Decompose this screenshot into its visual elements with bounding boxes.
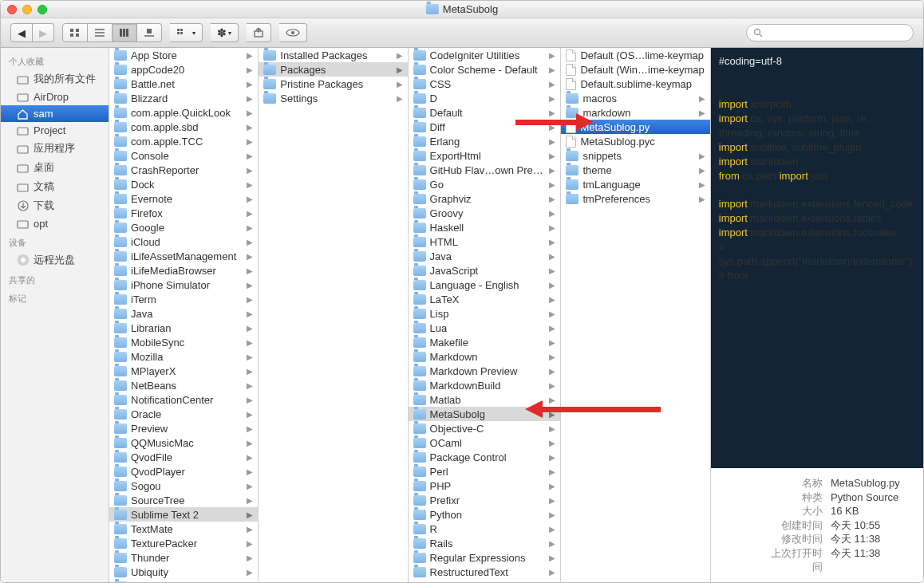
file-row[interactable]: Xcode▶ [109, 579, 258, 582]
file-row[interactable]: Java▶ [109, 306, 258, 321]
file-row[interactable]: Lua▶ [409, 321, 561, 335]
file-row[interactable]: iPhone Simulator▶ [109, 278, 258, 292]
file-row[interactable]: Preview▶ [109, 421, 258, 435]
file-row[interactable]: MetaSublog.pyc [561, 134, 709, 148]
sidebar-item[interactable]: 下载 [1, 196, 109, 215]
file-row[interactable]: LaTeX▶ [409, 292, 561, 306]
icon-view[interactable] [62, 23, 88, 42]
sidebar-item[interactable]: opt [1, 215, 109, 232]
forward-button[interactable]: ▶ [33, 23, 54, 42]
file-row[interactable]: SourceTree▶ [109, 493, 258, 507]
file-row[interactable]: Package Control▶ [409, 450, 561, 464]
file-row[interactable]: theme▶ [561, 163, 709, 177]
file-row[interactable]: QvodPlayer▶ [109, 464, 258, 479]
file-row[interactable]: Erlang▶ [409, 134, 561, 148]
file-row[interactable]: com.apple.QuickLook▶ [109, 105, 258, 120]
file-row[interactable]: snippets▶ [561, 148, 709, 163]
close-button[interactable] [7, 5, 17, 14]
file-row[interactable]: R▶ [409, 522, 561, 536]
file-row[interactable]: Firefox▶ [109, 206, 258, 220]
file-row[interactable]: Default (OS…lime-keymap [561, 48, 709, 62]
file-row[interactable]: Packages▶ [259, 62, 407, 77]
file-row[interactable]: ExportHtml▶ [409, 148, 561, 163]
file-row[interactable]: iLifeMediaBrowser▶ [109, 263, 258, 278]
file-row[interactable]: Sublime Text 2▶ [109, 507, 258, 522]
share-button[interactable] [247, 23, 271, 42]
zoom-button[interactable] [38, 5, 47, 14]
file-row[interactable]: Rails▶ [409, 536, 561, 550]
file-row[interactable]: Python▶ [409, 507, 561, 522]
file-row[interactable]: CodeIgniter Utilities▶ [409, 48, 561, 62]
back-button[interactable]: ◀ [10, 23, 33, 42]
file-row[interactable]: JavaScript▶ [409, 263, 561, 278]
file-row[interactable]: Pristine Packages▶ [259, 77, 407, 91]
file-row[interactable]: Graphviz▶ [409, 191, 561, 206]
file-row[interactable]: Settings▶ [259, 91, 407, 105]
file-row[interactable]: PHP▶ [409, 479, 561, 493]
file-row[interactable]: MetaSubolg▶ [409, 407, 561, 421]
list-view[interactable] [88, 23, 113, 42]
sidebar-item[interactable]: sam [1, 105, 109, 122]
file-row[interactable]: Java▶ [409, 249, 561, 263]
file-row[interactable]: Diff▶ [409, 120, 561, 134]
file-row[interactable]: tmLanguage▶ [561, 177, 709, 191]
file-row[interactable]: com.apple.TCC▶ [109, 134, 258, 148]
file-row[interactable]: Lisp▶ [409, 306, 561, 321]
file-row[interactable]: RestructuredText▶ [409, 565, 561, 579]
coverflow-view[interactable] [137, 23, 162, 42]
file-row[interactable]: Regular Expressions▶ [409, 550, 561, 565]
file-row[interactable]: Markdown▶ [409, 349, 561, 364]
file-row[interactable]: CSS▶ [409, 77, 561, 91]
search-input[interactable] [762, 27, 906, 38]
file-row[interactable]: Librarian▶ [109, 321, 258, 335]
file-row[interactable]: iCloud▶ [109, 234, 258, 249]
file-row[interactable]: MetaSublog.py [561, 120, 709, 134]
tags-button[interactable] [279, 23, 307, 42]
file-row[interactable]: appCode20▶ [109, 62, 258, 77]
file-row[interactable]: App Store▶ [109, 48, 258, 62]
file-row[interactable]: MobileSync▶ [109, 335, 258, 349]
search-field[interactable] [746, 24, 914, 41]
file-row[interactable]: Groovy▶ [409, 206, 561, 220]
file-row[interactable]: D▶ [409, 91, 561, 105]
sidebar-item[interactable]: 远程光盘 [1, 250, 109, 270]
file-row[interactable]: Oracle▶ [109, 407, 258, 421]
sidebar-item[interactable]: 文稿 [1, 177, 109, 196]
file-row[interactable]: Console▶ [109, 148, 258, 163]
arrange-button[interactable]: ▾ [170, 23, 203, 42]
file-row[interactable]: macros▶ [561, 91, 709, 105]
file-row[interactable]: MarkdownBuild▶ [409, 378, 561, 392]
file-row[interactable]: Evernote▶ [109, 191, 258, 206]
sidebar-item[interactable]: AirDrop [1, 89, 109, 105]
file-row[interactable]: Default.sublime-keymap [561, 77, 709, 91]
file-row[interactable]: HTML▶ [409, 234, 561, 249]
file-row[interactable]: Thunder▶ [109, 550, 258, 565]
file-row[interactable]: QvodFile▶ [109, 450, 258, 464]
action-button[interactable]: ✽▾ [211, 23, 239, 42]
sidebar-item[interactable]: 我的所有文件 [1, 69, 109, 89]
column-4[interactable]: Default (OS…lime-keymapDefault (Win…ime-… [561, 48, 710, 582]
sidebar-item[interactable]: 应用程序 [1, 139, 109, 158]
column-view[interactable] [113, 23, 137, 42]
file-row[interactable]: Perl▶ [409, 464, 561, 479]
file-row[interactable]: Installed Packages▶ [259, 48, 407, 62]
file-row[interactable]: Language - English▶ [409, 278, 561, 292]
file-row[interactable]: Matlab▶ [409, 392, 561, 407]
file-row[interactable]: markdown▶ [561, 105, 709, 120]
file-row[interactable]: GitHub Flav…own Preview▶ [409, 163, 561, 177]
file-row[interactable]: TextMate▶ [109, 522, 258, 536]
file-row[interactable]: Sogou▶ [109, 479, 258, 493]
column-2[interactable]: Installed Packages▶Packages▶Pristine Pac… [259, 48, 408, 582]
column-3[interactable]: CodeIgniter Utilities▶Color Scheme - Def… [409, 48, 562, 582]
file-row[interactable]: NotificationCenter▶ [109, 392, 258, 407]
file-row[interactable]: iLifeAssetManagement▶ [109, 249, 258, 263]
file-row[interactable]: Default (Win…ime-keymap [561, 62, 709, 77]
file-row[interactable]: Prefixr▶ [409, 493, 561, 507]
file-row[interactable]: NetBeans▶ [109, 378, 258, 392]
file-row[interactable]: Makefile▶ [409, 335, 561, 349]
file-row[interactable]: Dock▶ [109, 177, 258, 191]
file-row[interactable]: OCaml▶ [409, 435, 561, 450]
sidebar-item[interactable]: Project [1, 122, 109, 139]
file-row[interactable]: Mozilla▶ [109, 349, 258, 364]
minimize-button[interactable] [22, 5, 32, 14]
